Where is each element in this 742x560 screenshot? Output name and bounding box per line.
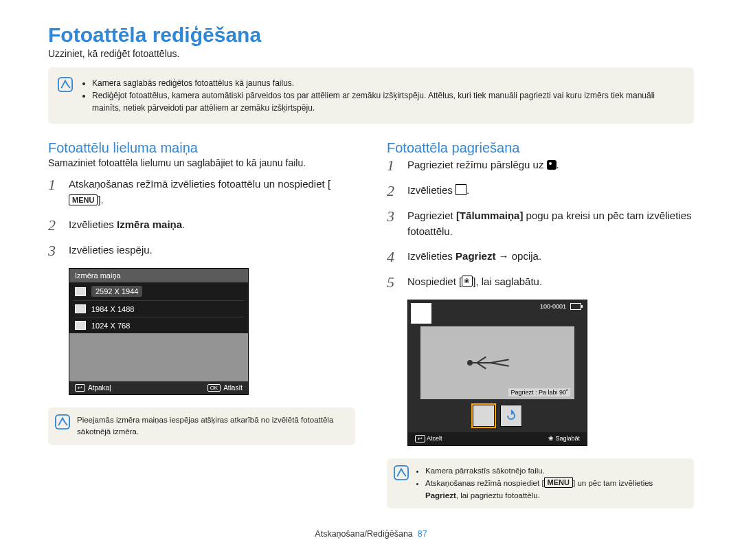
note-item: Atskaņošanas režīmā nospiediet [MENU] un… (425, 477, 686, 502)
step-text: Nospiediet (407, 276, 459, 287)
back-key-icon: ↩ (75, 384, 85, 392)
section-heading: Fotoattēla pagriešana (387, 140, 694, 156)
note-text: Pieejamās izmēra maiņas iespējas atšķira… (77, 414, 347, 438)
step-text: Izvēlieties (69, 219, 117, 230)
cam-save-label: Saglabāt (555, 435, 580, 442)
svg-line-6 (477, 357, 486, 363)
resolution-option: 1984 X 1488 (74, 300, 244, 317)
page-footer: Atskaņošana/Rediģēšana 87 (48, 529, 694, 539)
step-number: 1 (48, 177, 60, 192)
cam-select-label: Atlasīt (223, 384, 243, 392)
step-number: 5 (387, 274, 399, 290)
svg-line-7 (477, 363, 486, 369)
step-number: 2 (387, 183, 399, 199)
section-rotate: Fotoattēla pagriešana 1 Pagrieziet režīm… (387, 136, 694, 508)
rotate-option-tile (473, 405, 495, 427)
step-text: Atskaņošanas režīmā izvēlieties fotoattē… (69, 178, 328, 190)
step-number: 3 (48, 243, 60, 258)
note-icon (58, 77, 73, 96)
cam-cancel-label: Atcelt (427, 435, 442, 442)
footer-chapter: Atskaņošana/Rediģēšana (315, 529, 412, 539)
cam-preview: Pagriezt : Pa labi 90˚ (420, 326, 574, 399)
page-title: Fotoattēla rediģēšana (48, 23, 694, 47)
cam-file-number: 100-0001 (540, 303, 566, 310)
menu-key-icon: MENU (544, 477, 573, 488)
step-number: 1 (387, 157, 399, 173)
back-key-icon: ↩ (415, 435, 425, 443)
thumb-icon (75, 304, 86, 313)
section-heading: Fotoattēlu lieluma maiņa (48, 140, 355, 156)
step: 3 Izvēlieties iespēju. (48, 243, 355, 258)
svg-line-4 (491, 359, 509, 363)
step-text: Pagrieziet režīmu pārslēgu uz (407, 159, 547, 170)
note-icon (394, 465, 409, 484)
step: 1 Pagrieziet režīmu pārslēgu uz . (387, 157, 694, 173)
step: 2 Izvēlieties Izmēra maiņa. (48, 217, 355, 233)
step: 4 Izvēlieties Pagriezt → opcija. (387, 249, 694, 265)
macro-key-icon: ❀ (548, 435, 554, 442)
step-text: Izvēlieties (407, 250, 456, 262)
note-item: Kamera saglabās rediģētos fotoattēlus kā… (92, 77, 683, 89)
note-item: Kamera pārrakstīs sākotnējo failu. (425, 465, 686, 477)
step: 2 Izvēlieties . (387, 183, 694, 199)
cam-rotate-caption: Pagriezt : Pa labi 90˚ (508, 388, 570, 396)
cam-back-label: Atpakaļ (88, 384, 111, 392)
manual-page: Fotoattēla rediģēšana Uzziniet, kā rediģ… (0, 0, 742, 560)
thumb-icon (75, 287, 86, 296)
resolution-option: 1024 X 768 (74, 317, 244, 333)
step-number: 3 (387, 208, 399, 224)
rotate-option-tile (500, 405, 522, 427)
macro-key-icon (462, 276, 473, 287)
step: 5 Nospiediet [], lai saglabātu. (387, 274, 694, 290)
svg-line-5 (491, 363, 509, 366)
cam-title: Izmēra maiņa (69, 269, 248, 282)
step-number: 2 (48, 217, 60, 233)
camera-screenshot-resize: Izmēra maiņa 2592 X 1944 1984 X 1488 102… (69, 268, 249, 395)
step-text: Izvēlieties iespēju. (69, 243, 153, 258)
camera-screenshot-rotate: 100-0001 Pagriezt : Pa labi 90˚ (407, 300, 587, 446)
cam-thumbnail (411, 303, 431, 324)
note-item: Rediģējot fotoattēlus, kamera automātisk… (92, 89, 683, 114)
step-number: 4 (387, 249, 399, 265)
footer-page-number: 87 (418, 529, 427, 539)
step-text: Izvēlieties (407, 184, 456, 196)
step-bold: Izmēra maiņa (117, 219, 182, 230)
left-note: Pieejamās izmēra maiņas iespējas atšķira… (48, 407, 355, 445)
note-icon (55, 414, 70, 433)
step-text: Pagrieziet (407, 210, 456, 221)
svg-point-2 (467, 360, 473, 366)
top-info-note: Kamera saglabās rediģētos fotoattēlus kā… (48, 67, 694, 124)
mode-dial-icon (547, 160, 556, 170)
ok-key-icon: OK (207, 384, 221, 392)
right-note: Kamera pārrakstīs sākotnējo failu. Atska… (387, 458, 694, 508)
section-intro: Samaziniet fotoattēla lielumu un saglabā… (48, 157, 355, 168)
step: 1 Atskaņošanas režīmā izvēlieties fotoat… (48, 177, 355, 208)
selection-icon (456, 184, 466, 195)
page-intro: Uzziniet, kā rediģēt fotoattēlus. (48, 48, 694, 59)
thumb-icon (75, 321, 86, 330)
menu-key-icon: MENU (69, 194, 98, 205)
resolution-option: 2592 X 1944 (74, 282, 244, 300)
step: 3 Pagrieziet [Tālummaiņa] pogu pa kreisi… (387, 208, 694, 239)
section-resize: Fotoattēlu lieluma maiņa Samaziniet foto… (48, 136, 355, 508)
battery-icon (570, 303, 581, 310)
